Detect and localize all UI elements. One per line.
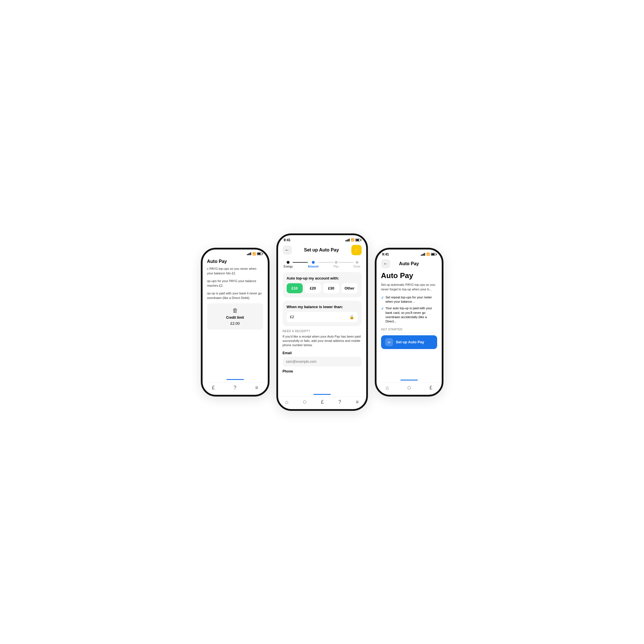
check-item-2: ✓ Your auto top-up is paid with your ban… [381,306,437,324]
nav-payment-center[interactable]: £ [321,399,324,405]
bottom-nav-right: ⌂ ⬡ £ [377,382,442,395]
menu-icon-center: ≡ [356,399,359,405]
wifi-icon-right: 📶 [426,253,430,256]
step-amount: Amount [308,261,319,268]
nav-title-right: Auto Pay [399,261,419,266]
graph-icon-center: ⬡ [303,400,306,404]
status-bar-right: 9:41 📶 [377,249,442,257]
nav-help-center[interactable]: ? [338,399,341,405]
bolt-button[interactable]: ⚡ [351,245,362,255]
menu-icon: ≡ [255,385,258,391]
step-label-done: Done [354,265,360,268]
email-input[interactable] [283,357,362,366]
setup-btn-label: Set up Auto Pay [396,340,424,344]
receipt-section: NEED A RECEIPT? If you'd like a receipt … [283,330,362,377]
back-button-right[interactable]: ← [381,259,390,268]
phone-left: 📶 Auto Pay c PAYG top-ups so you never w… [201,248,270,397]
back-button-center[interactable]: ← [283,245,292,255]
battery-icon [257,252,262,255]
progress-steps: Energy Amount Pay Done [278,258,366,272]
nav-item-menu[interactable]: ≡ [255,385,258,391]
graph-icon-right: ⬡ [407,385,411,390]
step-label-amount: Amount [308,265,319,268]
help-icon-center: ? [338,399,341,405]
step-dot-pay [335,261,338,264]
step-line-1 [293,262,308,263]
wifi-icon: 📶 [252,252,256,255]
bolt-icon: ⚡ [353,247,360,253]
phone-center: 9:41 📶 ← Set up Auto Pay [276,233,368,411]
topup-card-title: Auto top-up my account with: [287,276,358,280]
check-list: ✓ Set repeat top-ups for your meter when… [381,295,437,324]
step-pay: Pay [334,261,338,268]
credit-limit-value: £2.00 [230,321,240,326]
setup-autopay-button[interactable]: ∞ Set up Auto Pay [381,335,437,349]
wifi-icon-center: 📶 [351,238,354,241]
bottom-nav-center: ⌂ ⬡ £ ? ≡ [278,397,366,409]
nav-menu-center[interactable]: ≡ [356,399,359,405]
main-content-center: Auto top-up my account with: £10 £20 £30… [278,272,366,394]
balance-row: £2 🔒 [287,312,358,322]
step-dot-energy [287,261,290,264]
nav-item-help[interactable]: ? [233,385,236,391]
step-line-3 [338,262,353,263]
amount-btn-30[interactable]: £30 [323,283,339,293]
credit-limit-card: 🗑 Credit limit £2.00 [207,303,263,330]
amount-buttons: £10 £20 £30 Other [287,283,358,293]
nav-payment-right[interactable]: £ [429,385,432,391]
lock-icon: 🔒 [349,315,354,319]
nav-home-center[interactable]: ⌂ [285,399,288,405]
status-time-center: 9:41 [284,238,291,242]
balance-value: £2 [290,315,294,319]
trash-icon[interactable]: 🗑 [232,307,238,314]
bottom-nav-left: £ ? ≡ [203,382,268,395]
nav-item-payment[interactable]: £ [212,385,215,391]
battery-icon-right [431,253,436,256]
get-started-label: GET STARTED [381,328,437,331]
nav-graph-right[interactable]: ⬡ [407,385,411,390]
step-label-energy: Energy [284,265,293,268]
status-bar-center: 9:41 📶 [278,235,366,243]
left-body-text1: c PAYG top-ups so you never when your ba… [207,266,263,276]
autopay-desc: Set up automatic PAYG top-ups so you nev… [381,282,437,292]
page-title-left: Auto Pay [207,259,263,264]
step-energy: Energy [284,261,293,268]
step-dot-amount [312,261,315,264]
topup-card: Auto top-up my account with: £10 £20 £30… [283,272,362,297]
infinity-icon: ∞ [385,338,393,346]
nav-header-right: ← Auto Pay [377,257,442,271]
amount-btn-10[interactable]: £10 [287,283,303,293]
scene: 📶 Auto Pay c PAYG top-ups so you never w… [165,233,479,411]
credit-limit-label: Credit limit [226,316,244,320]
step-dot-done [356,261,358,264]
nav-title-center: Set up Auto Pay [304,247,339,253]
payment-icon-right: £ [429,385,432,391]
balance-card-title: When my balance is lower than: [287,305,358,309]
receipt-heading: NEED A RECEIPT? [283,330,362,333]
amount-btn-20[interactable]: £20 [305,283,321,293]
autopay-big-title: Auto Pay [381,271,437,280]
phone-label: Phone [283,369,362,373]
email-label: Email [283,351,362,355]
check-text-1: Set repeat top-ups for your meter when y… [386,295,437,304]
amount-btn-other[interactable]: Other [342,283,358,293]
left-body-text3: op-up is paid with your bank ll never go… [207,291,263,300]
balance-card: When my balance is lower than: £2 🔒 [283,301,362,326]
help-icon: ? [233,385,236,391]
payment-icon-center: £ [321,399,324,405]
check-icon-1: ✓ [381,296,384,300]
left-body-text2: op-ups for your PAYG your balance reache… [207,279,263,288]
home-icon-right: ⌂ [386,385,389,391]
nav-home-right[interactable]: ⌂ [386,385,389,391]
right-content: Auto Pay Set up automatic PAYG top-ups s… [377,271,442,349]
step-label-pay: Pay [334,265,338,268]
payment-icon: £ [212,385,215,391]
receipt-text: If you'd like a receipt when your Auto P… [283,334,362,348]
battery-icon-center [355,239,360,241]
phone-right: 9:41 📶 ← Auto Pay [375,248,443,397]
check-text-2: Your auto top-up is paid with your bank … [386,306,437,324]
step-done: Done [354,261,360,268]
check-icon-2: ✓ [381,306,384,311]
status-bar-left: 📶 [203,249,268,257]
nav-graph-center[interactable]: ⬡ [303,400,306,404]
